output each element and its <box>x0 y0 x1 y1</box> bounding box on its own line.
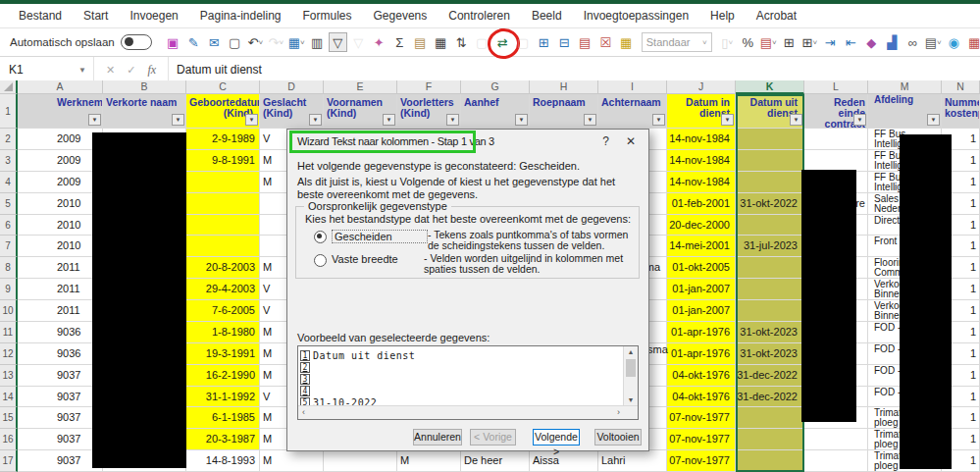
row-header-4[interactable]: 4 <box>0 172 18 193</box>
cell-K13[interactable]: 31-dec-2022 <box>736 365 804 387</box>
cell-A1[interactable]: Werknemernummer▼ <box>18 94 103 129</box>
tab-invoegen[interactable]: Invoegen <box>119 9 188 23</box>
decrease-indent-icon[interactable]: ⇤ <box>842 32 860 52</box>
row-header-10[interactable]: 10 <box>0 300 18 322</box>
cell-J15[interactable]: 07-nov-1977 <box>667 407 736 429</box>
cell-K15[interactable] <box>736 407 804 429</box>
remove-duplicates-icon[interactable]: ▤ <box>576 32 594 52</box>
paste-icon[interactable]: ▤ <box>411 32 430 52</box>
name-box-dropdown-icon[interactable]: ▼ <box>78 66 86 75</box>
save-as-icon[interactable]: ✎ <box>184 32 203 52</box>
cell-L3[interactable] <box>804 150 868 172</box>
cell-K1[interactable]: Datum uit dienst▼ <box>736 94 804 129</box>
cell-C3[interactable]: 9-8-1991 <box>186 150 260 172</box>
cell-K4[interactable] <box>736 172 804 193</box>
cell-J14[interactable]: 04-okt-1976 <box>667 387 736 408</box>
cell-M1[interactable]: Afdeling▼ <box>868 94 942 129</box>
row-header-7[interactable]: 7 <box>0 236 18 257</box>
cell-A17[interactable]: 9037 <box>18 450 103 472</box>
autosum-icon[interactable]: Σ <box>390 32 409 52</box>
export-icon[interactable]: ▤˅ <box>924 32 943 52</box>
cell-K6[interactable] <box>736 215 804 236</box>
scroll-thumb[interactable] <box>626 359 636 377</box>
cell-A16[interactable]: 9037 <box>18 429 103 450</box>
row-header-8[interactable]: 8 <box>0 257 18 279</box>
enter-entry-icon[interactable]: ✓ <box>127 64 135 77</box>
cell-A12[interactable]: 9036 <box>18 343 103 365</box>
cell-J17[interactable]: 07-nov-1977 <box>667 450 736 472</box>
cell-I1[interactable]: Achternaam▼ <box>598 94 667 129</box>
row-header-9[interactable]: 9 <box>0 279 18 300</box>
cell-E1[interactable]: Voornamen (Kind)▼ <box>324 94 397 129</box>
tab-help[interactable]: Help <box>699 9 746 23</box>
cell-C8[interactable]: 20-8-2003 <box>186 257 260 279</box>
consolidate-icon[interactable]: ▦ <box>617 32 636 52</box>
row-header-12[interactable]: 12 <box>0 343 18 365</box>
row-header-5[interactable]: 5 <box>0 193 18 215</box>
back-button[interactable]: < Vorige <box>470 429 516 446</box>
autosave-toggle[interactable] <box>121 34 152 50</box>
filter-icon[interactable]: ▽ <box>329 32 347 52</box>
clear-filter-icon[interactable]: ▽ <box>349 32 368 52</box>
cell-C14[interactable]: 31-1-1992 <box>186 387 260 408</box>
cell-J4[interactable]: 14-nov-1984 <box>667 172 736 193</box>
filter-button-B1[interactable]: ▼ <box>172 114 184 126</box>
format-painter-icon[interactable]: ✦ <box>370 32 388 52</box>
tab-bestand[interactable]: Bestand <box>8 9 73 23</box>
cell-N1[interactable]: Nummer kostenpla <box>942 94 980 129</box>
text-to-columns-icon[interactable]: ⇄ <box>493 32 512 52</box>
cell-K12[interactable]: 31-okt-2023 <box>736 343 804 365</box>
cell-A4[interactable]: 2009 <box>18 172 103 193</box>
cell-C13[interactable]: 16-2-1990 <box>186 365 260 387</box>
cell-J16[interactable]: 07-nov-1977 <box>667 429 736 450</box>
cell-L16[interactable] <box>804 429 868 450</box>
cell-J3[interactable]: 14-nov-1984 <box>667 150 736 172</box>
insert-function-icon[interactable]: fx <box>147 63 156 78</box>
tab-acrobat[interactable]: Acrobat <box>746 9 807 23</box>
cell-K11[interactable]: 31-okt-2023 <box>736 322 804 343</box>
flash-fill-icon[interactable]: ▢ <box>514 32 533 52</box>
next-button[interactable]: Volgende > <box>533 429 580 446</box>
cell-styles-icon[interactable]: ▤˅ <box>759 32 778 52</box>
cell-H17[interactable]: Aissa <box>530 450 598 472</box>
cell-G1[interactable]: Aanhef▼ <box>461 94 530 129</box>
insert-chart-icon[interactable]: ▟ <box>883 32 902 52</box>
tab-invoegtoepassingen[interactable]: Invoegtoepassingen <box>573 9 699 23</box>
filter-button-L1[interactable]: ▼ <box>853 114 866 126</box>
accounting-format-icon[interactable]: ▯˅ <box>718 32 737 52</box>
cell-K16[interactable] <box>736 429 804 450</box>
column-header-F[interactable]: F <box>397 80 461 94</box>
row-header-13[interactable]: 13 <box>0 365 18 387</box>
tab-formules[interactable]: Formules <box>292 9 363 23</box>
cell-D1[interactable]: Geslacht (Kind)▼ <box>260 94 324 129</box>
scroll-right-icon[interactable]: › <box>617 407 620 417</box>
cancel-entry-icon[interactable]: ✕ <box>106 64 115 77</box>
column-header-B[interactable]: B <box>103 80 186 94</box>
column-header-L[interactable]: L <box>804 80 868 94</box>
cell-E17[interactable] <box>324 450 397 472</box>
cell-C4[interactable] <box>186 172 260 193</box>
cell-A5[interactable]: 2010 <box>18 193 103 215</box>
column-header-D[interactable]: D <box>260 80 324 94</box>
tab-start[interactable]: Start <box>73 9 119 23</box>
cancel-button[interactable]: Annuleren <box>413 429 462 446</box>
column-header-E[interactable]: E <box>324 80 397 94</box>
select-all-corner[interactable] <box>0 80 18 94</box>
cell-H1[interactable]: Roepnaam▼ <box>530 94 598 129</box>
dialog-close-button[interactable]: ✕ <box>626 134 636 148</box>
row-header-2[interactable]: 2 <box>0 129 18 150</box>
cell-D17[interactable]: M <box>260 450 324 472</box>
filter-button-K1[interactable]: ▼ <box>790 114 802 126</box>
cell-A3[interactable]: 2009 <box>18 150 103 172</box>
eraser-icon[interactable]: ◆ <box>862 32 881 52</box>
save-icon[interactable]: ▣ <box>164 32 182 52</box>
help-icon[interactable]: ◉ <box>945 32 963 52</box>
tab-pagina-indeling[interactable]: Pagina-indeling <box>189 9 292 23</box>
cell-K10[interactable] <box>736 300 804 322</box>
cell-C16[interactable]: 20-3-1987 <box>186 429 260 450</box>
filter-button-D1[interactable]: ▼ <box>309 114 322 126</box>
radio-delimited-label[interactable]: Gescheiden <box>332 230 428 243</box>
cell-K17[interactable] <box>736 450 804 472</box>
cell-J1[interactable]: Datum in dienst▼ <box>667 94 736 129</box>
share-email-icon[interactable]: ✉ <box>205 32 224 52</box>
